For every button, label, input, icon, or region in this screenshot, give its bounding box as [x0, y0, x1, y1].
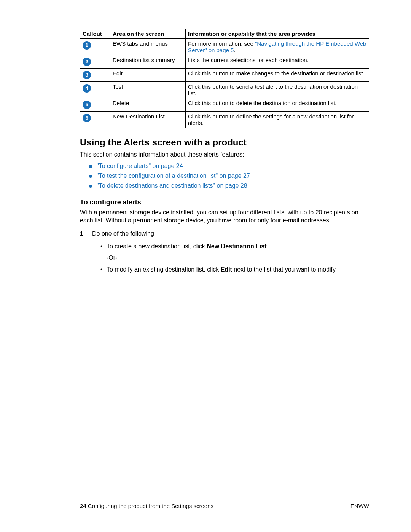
table-row: 5 Delete Click this button to delete the… [80, 98, 369, 112]
callout-badge-icon: 2 [83, 58, 91, 66]
cell-info: Click this button to delete the destinat… [186, 98, 369, 112]
cell-area: New Destination List [110, 112, 186, 128]
cell-info: Click this button to define the settings… [186, 112, 369, 128]
th-callout: Callout [80, 29, 110, 39]
cell-area: Edit [110, 69, 186, 82]
feature-link-list: "To configure alerts" on page 24 "To tes… [80, 163, 369, 189]
cell-info: Lists the current selections for each de… [186, 55, 369, 69]
link-test-config[interactable]: "To test the configuration of a destinat… [97, 173, 250, 179]
callout-badge-icon: 3 [83, 71, 91, 79]
cell-area: Destination list summary [110, 55, 186, 69]
cell-info: Click this button to make changes to the… [186, 69, 369, 82]
callout-table: Callout Area on the screen Information o… [80, 29, 369, 128]
table-row: 6 New Destination List Click this button… [80, 112, 369, 128]
footer-lang: ENWW [350, 503, 369, 509]
cell-info: For more information, see "Navigating th… [186, 39, 369, 55]
page-footer: 24 Configuring the product from the Sett… [80, 503, 369, 509]
subsection-heading: To configure alerts [80, 198, 369, 206]
link-configure-alerts[interactable]: "To configure alerts" on page 24 [97, 163, 183, 169]
table-row: 3 Edit Click this button to make changes… [80, 69, 369, 82]
step-1-option-a: To create a new destination list, click … [100, 242, 369, 251]
th-area: Area on the screen [110, 29, 186, 39]
cell-area: EWS tabs and menus [110, 39, 186, 55]
cell-area: Delete [110, 98, 186, 112]
step-1-option-b: To modify an existing destination list, … [100, 265, 369, 274]
table-row: 1 EWS tabs and menus For more informatio… [80, 39, 369, 55]
section-heading: Using the Alerts screen with a product [80, 137, 369, 148]
table-row: 2 Destination list summary Lists the cur… [80, 55, 369, 69]
section-intro: This section contains information about … [80, 151, 369, 159]
th-info: Information or capability that the area … [186, 29, 369, 39]
callout-badge-icon: 1 [83, 41, 91, 50]
callout-badge-icon: 4 [83, 84, 91, 93]
link-delete-dest[interactable]: "To delete destinations and destination … [97, 182, 247, 189]
cell-area: Test [110, 82, 186, 98]
callout-badge-icon: 5 [83, 101, 91, 109]
page-number: 24 [80, 503, 86, 509]
callout-badge-icon: 6 [83, 114, 91, 122]
step-1-options: To create a new destination list, click … [92, 242, 369, 274]
subsection-intro: With a permanent storage device installe… [80, 209, 369, 225]
footer-chapter: Configuring the product from the Setting… [86, 503, 213, 509]
step-1-or: -Or- [100, 254, 369, 262]
cell-info: Click this button to send a test alert t… [186, 82, 369, 98]
step-list: Do one of the following: To create a new… [80, 230, 369, 274]
step-1: Do one of the following: To create a new… [80, 230, 369, 274]
table-row: 4 Test Click this button to send a test … [80, 82, 369, 98]
